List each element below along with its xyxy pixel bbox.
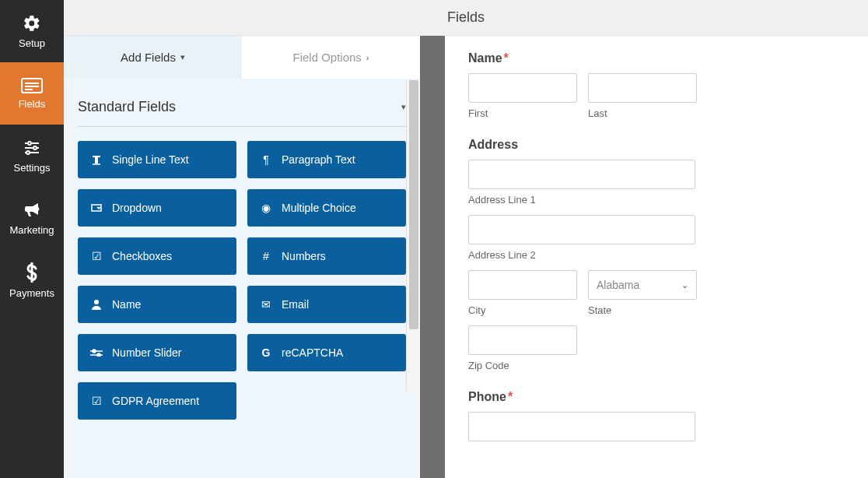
- field-label: Single Line Text: [112, 153, 189, 166]
- field-label: Checkboxes: [112, 250, 172, 262]
- state-selected-value: Alabama: [597, 279, 639, 291]
- address-line2-sublabel: Address Line 2: [468, 249, 695, 261]
- sidebar-nav: Setup Fields Settings Marketing Payments: [0, 0, 64, 478]
- last-sublabel: Last: [588, 107, 697, 119]
- first-name-input[interactable]: [468, 73, 577, 103]
- field-label: Numbers: [282, 250, 326, 262]
- form-preview: Name* First Last Address A: [445, 36, 868, 478]
- svg-point-14: [93, 350, 96, 353]
- phone-label: Phone*: [468, 390, 845, 404]
- chevron-right-icon: ›: [366, 53, 369, 62]
- preview-address-group[interactable]: Address Address Line 1 Address Line 2 Ci…: [468, 138, 845, 371]
- sliders-icon: [23, 139, 41, 157]
- required-marker: *: [508, 390, 513, 403]
- tab-add-fields[interactable]: Add Fields ▾: [64, 36, 242, 79]
- tab-label: Add Fields: [121, 51, 176, 64]
- field-gdpr-agreement[interactable]: ☑ GDPR Agreement: [78, 382, 236, 420]
- sidebar-item-label: Setup: [19, 37, 45, 49]
- field-label: Dropdown: [112, 202, 162, 214]
- section-standard-fields[interactable]: Standard Fields ▾: [78, 91, 406, 127]
- svg-point-5: [28, 142, 31, 145]
- chevron-down-icon: ⌄: [681, 280, 688, 290]
- field-picker-panel: Add Fields ▾ Field Options › Standard Fi…: [64, 36, 420, 478]
- tab-label: Field Options: [292, 51, 361, 64]
- section-title: Standard Fields: [78, 99, 176, 115]
- svg-point-7: [33, 146, 37, 149]
- slider-icon: [90, 349, 103, 357]
- sidebar-item-label: Fields: [19, 98, 46, 110]
- bullhorn-icon: [23, 201, 41, 220]
- field-number-slider[interactable]: Number Slider: [78, 334, 236, 371]
- name-label: Name*: [468, 51, 845, 65]
- first-sublabel: First: [468, 107, 577, 119]
- field-single-line-text[interactable]: Single Line Text: [78, 141, 236, 178]
- page-title: Fields: [447, 9, 485, 26]
- dollar-icon: [26, 262, 38, 283]
- field-dropdown[interactable]: Dropdown: [78, 189, 236, 227]
- address-label: Address: [468, 138, 845, 152]
- sidebar-item-marketing[interactable]: Marketing: [0, 187, 64, 249]
- main-area: Fields Add Fields ▾ Field Options › Stan…: [64, 0, 868, 478]
- field-label: Multiple Choice: [282, 202, 356, 214]
- field-email[interactable]: ✉ Email: [247, 286, 406, 323]
- field-checkboxes[interactable]: ☑ Checkboxes: [78, 237, 236, 275]
- paragraph-icon: ¶: [260, 153, 272, 166]
- sidebar-item-label: Settings: [14, 162, 51, 174]
- field-name[interactable]: Name: [78, 286, 236, 323]
- sidebar-item-label: Marketing: [9, 224, 54, 236]
- field-label: Paragraph Text: [282, 153, 355, 166]
- last-name-input[interactable]: [588, 73, 697, 103]
- scrollbar-thumb[interactable]: [409, 80, 418, 329]
- field-label: Email: [282, 298, 309, 311]
- zip-sublabel: Zip Code: [468, 360, 577, 371]
- phone-input[interactable]: [468, 412, 695, 441]
- field-label: Number Slider: [112, 346, 181, 359]
- svg-point-12: [94, 300, 99, 304]
- address-line1-sublabel: Address Line 1: [468, 194, 695, 206]
- topbar: Fields: [64, 0, 868, 36]
- tab-field-options[interactable]: Field Options ›: [242, 36, 420, 79]
- text-icon: [90, 154, 103, 165]
- sidebar-item-settings[interactable]: Settings: [0, 125, 64, 187]
- field-label: GDPR Agreement: [112, 395, 199, 407]
- field-multiple-choice[interactable]: ◉ Multiple Choice: [247, 189, 406, 227]
- envelope-icon: ✉: [260, 298, 272, 311]
- field-label: reCAPTCHA: [282, 346, 343, 359]
- dropdown-icon: [90, 202, 103, 213]
- sidebar-item-label: Payments: [9, 287, 54, 299]
- gear-icon: [23, 14, 41, 33]
- checkbox-icon: ☑: [90, 395, 103, 407]
- city-sublabel: City: [468, 304, 577, 316]
- address-line1-input[interactable]: [468, 160, 695, 189]
- field-recaptcha[interactable]: G reCAPTCHA: [247, 334, 406, 371]
- hash-icon: #: [260, 250, 272, 262]
- form-icon: [21, 78, 43, 93]
- scrollbar[interactable]: [406, 80, 420, 392]
- state-sublabel: State: [588, 304, 697, 316]
- address-line2-input[interactable]: [468, 215, 695, 244]
- sidebar-item-setup[interactable]: Setup: [0, 0, 64, 62]
- field-numbers[interactable]: # Numbers: [247, 237, 406, 275]
- radio-icon: ◉: [260, 202, 272, 214]
- zip-input[interactable]: [468, 325, 577, 355]
- checkbox-icon: ☑: [90, 250, 103, 262]
- google-icon: G: [260, 346, 272, 359]
- svg-point-16: [97, 353, 100, 357]
- svg-point-9: [26, 151, 30, 154]
- preview-name-group[interactable]: Name* First Last: [468, 51, 845, 119]
- field-label: Name: [112, 298, 141, 311]
- sidebar-item-fields[interactable]: Fields: [0, 62, 64, 125]
- field-paragraph-text[interactable]: ¶ Paragraph Text: [247, 141, 406, 178]
- required-marker: *: [504, 51, 509, 65]
- chevron-down-icon: ▾: [180, 52, 185, 62]
- preview-phone-group[interactable]: Phone*: [468, 390, 845, 441]
- user-icon: [90, 299, 103, 310]
- state-select[interactable]: Alabama ⌄: [588, 270, 697, 300]
- sidebar-item-payments[interactable]: Payments: [0, 249, 64, 311]
- city-input[interactable]: [468, 270, 577, 300]
- panel-divider: [420, 36, 445, 478]
